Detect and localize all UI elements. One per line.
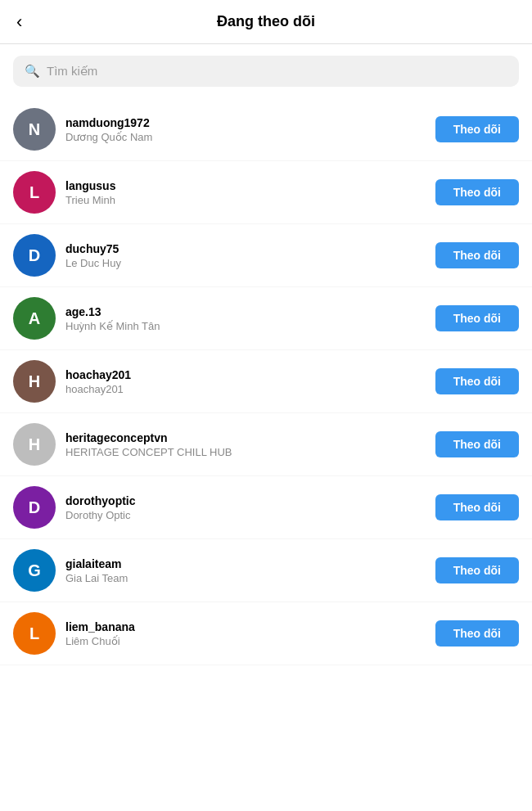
search-bar[interactable]: 🔍 Tìm kiếm bbox=[13, 56, 519, 87]
list-item: Dduchuy75Le Duc HuyTheo dõi bbox=[0, 224, 532, 287]
username: langusus bbox=[65, 179, 435, 192]
display-name: Liêm Chuối bbox=[65, 635, 435, 647]
follow-button[interactable]: Theo dõi bbox=[435, 305, 519, 331]
avatar: H bbox=[13, 360, 56, 403]
username: heritageconceptvn bbox=[65, 431, 435, 444]
avatar: G bbox=[13, 549, 56, 592]
username: dorothyoptic bbox=[65, 494, 435, 507]
avatar: A bbox=[13, 297, 56, 340]
user-info: gialaiteamGia Lai Team bbox=[65, 557, 435, 584]
list-item: Lliem_bananaLiêm ChuốiTheo dõi bbox=[0, 602, 532, 665]
avatar: N bbox=[13, 108, 56, 151]
display-name: Dương Quốc Nam bbox=[65, 131, 435, 143]
search-icon: 🔍 bbox=[25, 64, 40, 79]
user-info: langususTrieu Minh bbox=[65, 179, 435, 206]
username: liem_banana bbox=[65, 620, 435, 633]
back-button[interactable]: ‹ bbox=[16, 11, 22, 33]
username: namduong1972 bbox=[65, 116, 435, 129]
list-item: HheritageconceptvnHERITAGE CONCEPT CHILL… bbox=[0, 413, 532, 476]
header: ‹ Đang theo dõi bbox=[0, 0, 532, 44]
follow-button[interactable]: Theo dõi bbox=[435, 368, 519, 394]
display-name: Huỳnh Kế Minh Tân bbox=[65, 320, 435, 332]
user-info: liem_bananaLiêm Chuối bbox=[65, 620, 435, 647]
username: age.13 bbox=[65, 305, 435, 318]
username: gialaiteam bbox=[65, 557, 435, 570]
user-info: heritageconceptvnHERITAGE CONCEPT CHILL … bbox=[65, 431, 435, 458]
user-info: namduong1972Dương Quốc Nam bbox=[65, 116, 435, 143]
avatar: L bbox=[13, 171, 56, 214]
follow-button[interactable]: Theo dõi bbox=[435, 557, 519, 583]
display-name: HERITAGE CONCEPT CHILL HUB bbox=[65, 446, 435, 458]
list-item: Hhoachay201hoachay201Theo dõi bbox=[0, 350, 532, 413]
username: duchuy75 bbox=[65, 242, 435, 255]
follow-button[interactable]: Theo dõi bbox=[435, 179, 519, 205]
user-info: hoachay201hoachay201 bbox=[65, 368, 435, 395]
list-item: LlangususTrieu MinhTheo dõi bbox=[0, 161, 532, 224]
list-item: Nnamduong1972Dương Quốc NamTheo dõi bbox=[0, 98, 532, 161]
display-name: Gia Lai Team bbox=[65, 572, 435, 584]
follow-button[interactable]: Theo dõi bbox=[435, 494, 519, 520]
follow-button[interactable]: Theo dõi bbox=[435, 116, 519, 142]
list-item: Aage.13Huỳnh Kế Minh TânTheo dõi bbox=[0, 287, 532, 350]
user-info: duchuy75Le Duc Huy bbox=[65, 242, 435, 269]
search-placeholder: Tìm kiếm bbox=[47, 64, 97, 79]
list-item: GgialaiteamGia Lai TeamTheo dõi bbox=[0, 539, 532, 602]
follow-button[interactable]: Theo dõi bbox=[435, 431, 519, 457]
avatar: H bbox=[13, 423, 56, 466]
display-name: hoachay201 bbox=[65, 383, 435, 395]
following-list: Nnamduong1972Dương Quốc NamTheo dõiLlang… bbox=[0, 98, 532, 665]
username: hoachay201 bbox=[65, 368, 435, 381]
follow-button[interactable]: Theo dõi bbox=[435, 620, 519, 647]
avatar: L bbox=[13, 612, 56, 655]
display-name: Le Duc Huy bbox=[65, 257, 435, 269]
follow-button[interactable]: Theo dõi bbox=[435, 242, 519, 268]
user-info: dorothyopticDorothy Optic bbox=[65, 494, 435, 521]
list-item: DdorothyopticDorothy OpticTheo dõi bbox=[0, 476, 532, 539]
display-name: Trieu Minh bbox=[65, 194, 435, 206]
user-info: age.13Huỳnh Kế Minh Tân bbox=[65, 305, 435, 332]
avatar: D bbox=[13, 234, 56, 277]
display-name: Dorothy Optic bbox=[65, 509, 435, 521]
page-title: Đang theo dõi bbox=[217, 13, 315, 30]
avatar: D bbox=[13, 486, 56, 529]
